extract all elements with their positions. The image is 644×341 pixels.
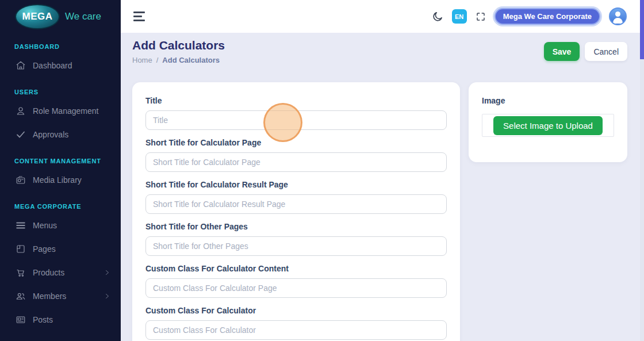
mega-logo-icon: MEGA bbox=[15, 4, 60, 29]
sidebar-item-pages[interactable]: Pages bbox=[0, 237, 121, 260]
breadcrumb-separator: / bbox=[156, 56, 159, 64]
dark-mode-moon-icon[interactable] bbox=[432, 11, 443, 22]
image-card-label: Image bbox=[482, 96, 614, 105]
image-upload-dropzone[interactable]: Select Image to Upload bbox=[482, 114, 614, 137]
sidebar-item-label: Products bbox=[33, 268, 64, 277]
newspaper-icon bbox=[16, 315, 26, 325]
content-cards: Title Short Title for Calculator Page Sh… bbox=[132, 82, 627, 341]
sidebar-item-products[interactable]: Products bbox=[0, 260, 121, 284]
image-upload-card: Image Select Image to Upload bbox=[469, 82, 627, 162]
section-title-content-management: CONTENT MANAGEMENT bbox=[0, 152, 121, 168]
sidebar-item-members[interactable]: Members bbox=[0, 284, 121, 308]
field-label: Short Title for Calculator Page bbox=[145, 138, 447, 147]
form-field-custom-class-content: Custom Class For Calculator Content bbox=[145, 264, 447, 298]
main-content: Add Calculators Home / Add Calculators S… bbox=[121, 33, 640, 341]
menu-bars-icon bbox=[16, 220, 26, 231]
select-image-button[interactable]: Select Image to Upload bbox=[493, 116, 603, 135]
sidebar-item-role-management[interactable]: Role Management bbox=[0, 99, 121, 122]
page-title: Add Calculators bbox=[132, 39, 225, 52]
camera-icon bbox=[16, 175, 26, 185]
avatar-person-icon bbox=[615, 12, 620, 17]
field-label: Custom Class For Calculator bbox=[145, 306, 447, 315]
sidebar-item-label: Role Management bbox=[33, 106, 98, 116]
header-actions: Save Cancel bbox=[544, 42, 627, 61]
sidebar-item-label: Members bbox=[33, 292, 66, 301]
sidebar-item-approvals[interactable]: Media Library Approvals bbox=[0, 122, 121, 146]
sidebar-nav: DASHBOARD Dashboard USERS Role Managemen… bbox=[0, 33, 121, 331]
save-button[interactable]: Save bbox=[544, 42, 580, 61]
account-button[interactable]: Mega We Care Corporate bbox=[494, 8, 600, 25]
custom-class-calculator-input[interactable] bbox=[145, 320, 447, 340]
sidebar-item-label: Dashboard bbox=[33, 61, 72, 70]
scrollbar-thumb[interactable] bbox=[640, 0, 644, 59]
layout-icon bbox=[16, 244, 26, 254]
user-avatar[interactable] bbox=[609, 7, 627, 25]
field-label: Short Title for Calculator Result Page bbox=[145, 180, 447, 189]
breadcrumb: Home / Add Calculators bbox=[132, 56, 225, 64]
chevron-right-icon bbox=[103, 269, 110, 276]
sidebar-item-media-library[interactable]: Media Library bbox=[0, 168, 121, 191]
form-field-short-title-other-pages: Short Title for Other Pages bbox=[145, 222, 447, 256]
sidebar-item-label: Menus bbox=[33, 221, 57, 230]
custom-class-content-input[interactable] bbox=[145, 278, 447, 298]
sidebar-item-label: Media Library bbox=[33, 175, 82, 185]
calculator-form-card: Title Short Title for Calculator Page Sh… bbox=[132, 82, 460, 341]
brand-logo[interactable]: MEGA We care bbox=[0, 0, 121, 33]
field-label: Short Title for Other Pages bbox=[145, 222, 447, 231]
short-title-calculator-page-input[interactable] bbox=[145, 152, 447, 172]
title-input[interactable] bbox=[145, 110, 447, 130]
logo-tagline: We care bbox=[65, 11, 101, 22]
cart-icon bbox=[16, 267, 26, 278]
sidebar-item-menus[interactable]: Menus bbox=[0, 213, 121, 237]
cancel-button[interactable]: Cancel bbox=[585, 42, 627, 61]
person-icon bbox=[16, 106, 26, 116]
language-badge[interactable]: EN bbox=[452, 9, 467, 24]
page-scrollbar[interactable] bbox=[640, 0, 644, 341]
form-field-custom-class-calculator: Custom Class For Calculator bbox=[145, 306, 447, 340]
form-field-short-title-calculator-page: Short Title for Calculator Page bbox=[145, 138, 447, 172]
form-field-title: Title bbox=[145, 96, 447, 130]
breadcrumb-current: Add Calculators bbox=[162, 56, 220, 64]
section-title-mega-corporate: MEGA CORPORATE bbox=[0, 197, 121, 213]
field-label: Custom Class For Calculator Content bbox=[145, 264, 447, 273]
field-label: Title bbox=[145, 96, 447, 105]
fullscreen-icon[interactable] bbox=[476, 12, 486, 22]
short-title-result-page-input[interactable] bbox=[145, 194, 447, 214]
chevron-right-icon bbox=[103, 293, 110, 300]
home-icon bbox=[16, 60, 26, 71]
sidebar-toggle-button[interactable] bbox=[133, 12, 145, 21]
sidebar-item-dashboard[interactable]: Dashboard bbox=[0, 53, 121, 77]
sidebar: MEGA We care DASHBOARD Dashboard USERS R… bbox=[0, 0, 121, 341]
check-icon bbox=[16, 129, 26, 140]
form-field-short-title-result-page: Short Title for Calculator Result Page bbox=[145, 180, 447, 214]
sidebar-item-label: Posts bbox=[33, 315, 53, 324]
short-title-other-pages-input[interactable] bbox=[145, 236, 447, 256]
topbar: EN Mega We Care Corporate bbox=[121, 0, 640, 33]
logo-text: MEGA bbox=[22, 11, 53, 22]
topbar-actions: EN Mega We Care Corporate bbox=[432, 7, 627, 25]
sidebar-item-posts[interactable]: Posts bbox=[0, 308, 121, 331]
section-title-users: USERS bbox=[0, 83, 121, 99]
breadcrumb-home[interactable]: Home bbox=[132, 56, 152, 64]
section-title-dashboard: DASHBOARD bbox=[0, 37, 121, 53]
page-header: Add Calculators Home / Add Calculators S… bbox=[132, 39, 627, 64]
sidebar-item-label: Approvals bbox=[33, 130, 68, 139]
people-icon bbox=[16, 291, 26, 301]
sidebar-item-label: Pages bbox=[33, 244, 56, 254]
app-window: MEGA We care DASHBOARD Dashboard USERS R… bbox=[0, 0, 644, 341]
